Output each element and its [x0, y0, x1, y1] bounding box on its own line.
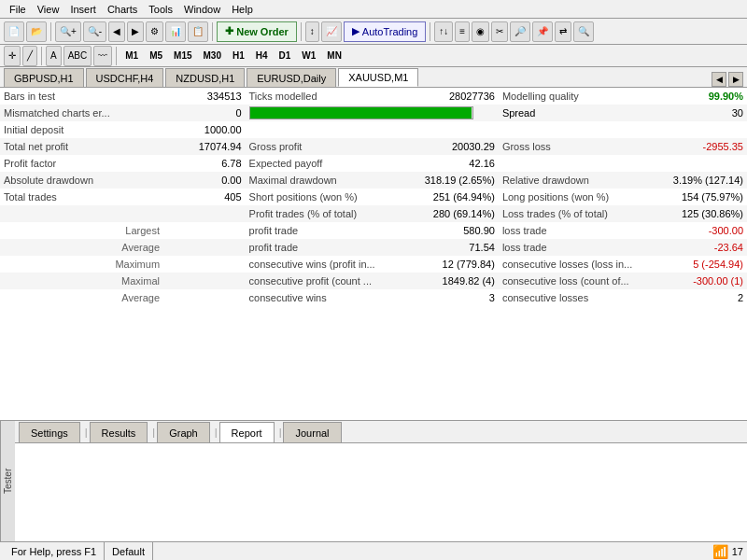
- line-btn[interactable]: ╱: [22, 46, 37, 66]
- properties-btn[interactable]: ⚙: [146, 21, 163, 42]
- table-row: Maximal consecutive profit (count ... 18…: [0, 273, 747, 289]
- total-net-profit-label: Total net profit: [0, 138, 163, 155]
- tab-xauusd[interactable]: XAUUSD,M1: [338, 68, 418, 87]
- menu-help[interactable]: Help: [226, 2, 259, 17]
- tab-prev-btn[interactable]: ◀: [712, 72, 726, 87]
- menu-charts[interactable]: Charts: [102, 2, 143, 17]
- period-m1[interactable]: M1: [120, 49, 143, 63]
- gross-profit-value: 20030.29: [412, 138, 499, 155]
- btn4[interactable]: ≡: [455, 21, 470, 42]
- bottom-tab-journal[interactable]: Journal: [283, 422, 341, 442]
- period-m15[interactable]: M15: [169, 49, 196, 63]
- table-row: Largest profit trade 580.90 loss trade -…: [0, 222, 747, 239]
- bottom-tab-results[interactable]: Results: [90, 422, 148, 442]
- short-positions-value: 251 (64.94%): [412, 189, 499, 205]
- maximal-consec-loss-label: consecutive loss (count of...: [499, 273, 662, 289]
- menu-file[interactable]: File: [4, 2, 32, 17]
- largest-profit-trade-value: 580.90: [412, 222, 499, 239]
- largest-label: Largest: [0, 222, 163, 239]
- btn3[interactable]: ↑↓: [434, 21, 453, 42]
- average-consec-losses-value: 2: [662, 289, 747, 306]
- bottom-panel: Tester Settings | Results | Graph | Repo…: [0, 420, 747, 541]
- new-chart-btn[interactable]: 📄: [4, 21, 24, 42]
- maximal-drawdown-value: 318.19 (2.65%): [412, 172, 499, 189]
- chart-tabs: GBPUSD,H1 USDCHF,H4 NZDUSD,H1 EURUSD,Dai…: [0, 67, 747, 88]
- bottom-tab-graph[interactable]: Graph: [157, 422, 210, 442]
- tab-eurusd[interactable]: EURUSD,Daily: [247, 68, 336, 87]
- tab-gbpusd[interactable]: GBPUSD,H1: [4, 68, 84, 87]
- loss-trades-pct-value: 125 (30.86%): [662, 205, 747, 222]
- average2-label: Average: [0, 289, 163, 306]
- mismatched-label: Mismatched charts er...: [0, 105, 163, 121]
- menu-view[interactable]: View: [32, 2, 65, 17]
- indicator-icon: 📶: [712, 544, 728, 559]
- bottom-tab-settings[interactable]: Settings: [19, 422, 80, 442]
- period-mn[interactable]: MN: [322, 49, 346, 63]
- gross-loss-label: Gross loss: [499, 138, 662, 155]
- table-row: Profit factor 6.78 Expected payoff 42.16: [0, 155, 747, 172]
- average-profit-trade-value: 71.54: [412, 239, 499, 256]
- tab-next-btn[interactable]: ▶: [728, 72, 743, 87]
- scroll-right-btn[interactable]: ▶: [127, 21, 144, 42]
- period-w1[interactable]: W1: [297, 49, 320, 63]
- maximal-consec-loss-value: -300.00 (1): [662, 273, 747, 289]
- crosshair-btn[interactable]: ✛: [4, 46, 21, 66]
- text-btn[interactable]: A: [46, 46, 62, 66]
- max-consec-losses-value: 5 (-254.94): [662, 256, 747, 273]
- largest-loss-trade-value: -300.00: [662, 222, 747, 239]
- abc-btn[interactable]: ABC: [63, 46, 92, 66]
- auto-trading-icon: ▶: [352, 25, 359, 37]
- modelling-quality-label: Modelling quality: [499, 88, 662, 105]
- help-text: For Help, press F1: [4, 542, 105, 560]
- progress-fill: [250, 107, 472, 119]
- total-net-profit-value: 17074.94: [163, 138, 246, 155]
- btn10[interactable]: 🔍: [573, 21, 594, 42]
- max-consec-wins-label: consecutive wins (profit in...: [246, 256, 412, 273]
- relative-drawdown-label: Relative drawdown: [499, 172, 662, 189]
- period-d1[interactable]: D1: [275, 49, 296, 63]
- tab-nzdusd[interactable]: NZDUSD,H1: [165, 68, 245, 87]
- btn8[interactable]: 📌: [532, 21, 553, 42]
- average-consec-wins-label: consecutive wins: [246, 289, 412, 306]
- btn5[interactable]: ◉: [472, 21, 489, 42]
- relative-drawdown-value: 3.19% (127.14): [662, 172, 747, 189]
- btn9[interactable]: ⇄: [555, 21, 571, 42]
- table-row: Initial deposit 1000.00: [0, 121, 747, 138]
- zoom-out-btn[interactable]: 🔍-: [83, 21, 106, 42]
- menu-insert[interactable]: Insert: [64, 2, 102, 17]
- period-m30[interactable]: M30: [199, 49, 226, 63]
- period-h1[interactable]: H1: [228, 49, 249, 63]
- loss-trades-pct-label: Loss trades (% of total): [499, 205, 662, 222]
- btn1[interactable]: ↕: [305, 21, 319, 42]
- sep1: [50, 22, 51, 41]
- average-consec-losses-label: consecutive losses: [499, 289, 662, 306]
- btn2[interactable]: 📈: [321, 21, 342, 42]
- maximum-label: Maximum: [0, 256, 163, 273]
- period-h4[interactable]: H4: [251, 49, 273, 63]
- menu-tools[interactable]: Tools: [143, 2, 178, 17]
- stats-table-area: Bars in test 334513 Ticks modelled 28027…: [0, 88, 747, 420]
- period-m5[interactable]: M5: [145, 49, 167, 63]
- zoom-in-btn[interactable]: 🔍+: [55, 21, 81, 42]
- initial-deposit-label: Initial deposit: [0, 121, 163, 138]
- profit-trades-pct-value: 280 (69.14%): [412, 205, 499, 222]
- scroll-left-btn[interactable]: ◀: [108, 21, 125, 42]
- btn6[interactable]: ✂: [491, 21, 508, 42]
- open-btn[interactable]: 📂: [26, 21, 47, 42]
- tab-navigation: ◀ ▶: [712, 72, 743, 87]
- tester-label: Tester: [0, 421, 15, 541]
- fibline-btn[interactable]: 〰: [93, 46, 112, 66]
- absolute-drawdown-label: Absolute drawdown: [0, 172, 163, 189]
- total-trades-value: 405: [163, 189, 246, 205]
- btn7[interactable]: 🔎: [510, 21, 530, 42]
- new-order-button[interactable]: ✚ New Order: [217, 21, 297, 42]
- profit-factor-value: 6.78: [163, 155, 246, 172]
- tab-usdchf[interactable]: USDCHF,H4: [86, 68, 164, 87]
- menu-window[interactable]: Window: [178, 2, 226, 17]
- auto-trading-button[interactable]: ▶ AutoTrading: [344, 21, 427, 42]
- table-row: Total net profit 17074.94 Gross profit 2…: [0, 138, 747, 155]
- sep6: [116, 47, 117, 65]
- template-btn[interactable]: 📋: [188, 21, 208, 42]
- bottom-tab-report[interactable]: Report: [219, 422, 275, 442]
- indicators-btn[interactable]: 📊: [165, 21, 186, 42]
